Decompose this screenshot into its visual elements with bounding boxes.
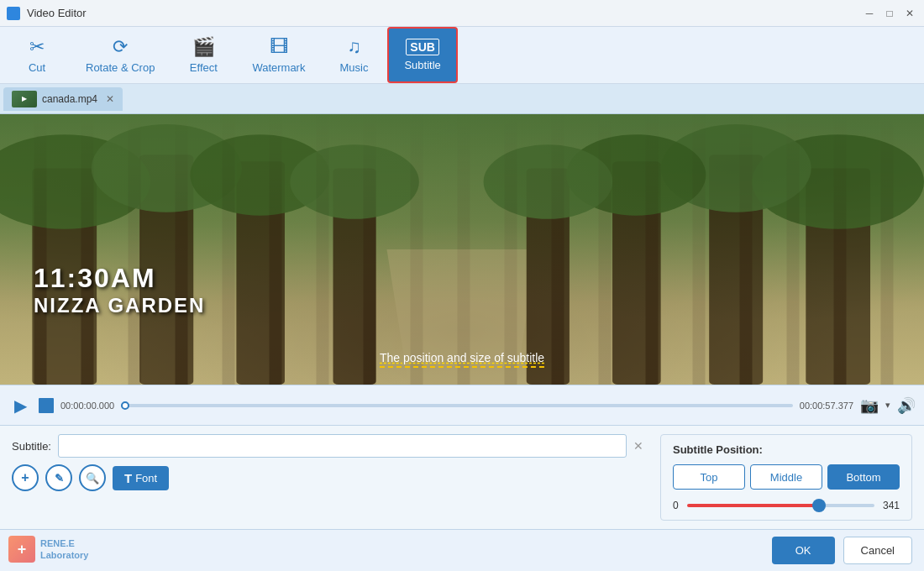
video-overlay-text: 11:30AM NIZZA GARDEN xyxy=(34,263,205,317)
svg-point-13 xyxy=(290,144,418,219)
font-button[interactable]: T Font xyxy=(113,466,169,490)
tab-watermark[interactable]: 🎞 Watermark xyxy=(237,27,320,83)
logo-line2: Laboratory xyxy=(40,549,88,561)
tab-effect[interactable]: 🎬 Effect xyxy=(170,27,237,83)
slider-min-value: 0 xyxy=(673,500,679,511)
title-bar: Video Editor ─ □ ✕ xyxy=(0,0,924,27)
tab-rotate-crop[interactable]: ⟳ Rotate & Crop xyxy=(71,27,170,83)
tab-effect-label: Effect xyxy=(190,61,218,74)
video-location-overlay: NIZZA GARDEN xyxy=(34,294,205,317)
tab-music-label: Music xyxy=(339,61,368,74)
title-bar-left: Video Editor xyxy=(7,7,87,20)
time-start: 00:00:00.000 xyxy=(60,401,114,411)
search-subtitle-button[interactable]: 🔍 xyxy=(79,464,106,491)
tab-cut-label: Cut xyxy=(29,61,45,74)
slider-row: 0 341 xyxy=(673,500,900,511)
logo-icon: + xyxy=(8,536,35,563)
close-button[interactable]: ✕ xyxy=(902,6,917,21)
stop-button[interactable] xyxy=(39,398,54,413)
cut-icon: ✂ xyxy=(29,36,45,58)
play-button[interactable]: ▶ xyxy=(8,394,32,417)
bottom-panel: Subtitle: ✕ + ✎ 🔍 T Font Subtitle Positi… xyxy=(0,425,924,529)
effect-icon: 🎬 xyxy=(192,36,215,58)
progress-thumb xyxy=(121,401,129,410)
rotate-icon: ⟳ xyxy=(113,36,128,58)
logo-line1: RENE.E xyxy=(40,537,88,549)
title-bar-controls: ─ □ ✕ xyxy=(862,6,917,21)
position-slider[interactable] xyxy=(687,504,874,507)
music-icon: ♫ xyxy=(347,36,361,58)
clear-input-button[interactable]: ✕ xyxy=(633,439,643,453)
tab-subtitle[interactable]: SUB Subtitle xyxy=(387,27,457,83)
logo-area: + RENE.E Laboratory xyxy=(8,536,88,563)
minimize-button[interactable]: ─ xyxy=(862,6,877,21)
ok-button[interactable]: OK xyxy=(772,537,835,564)
action-buttons: + ✎ 🔍 T Font xyxy=(12,464,643,491)
subtitle-input-row: Subtitle: ✕ xyxy=(12,434,643,458)
tab-subtitle-label: Subtitle xyxy=(404,59,440,71)
tree-overlay xyxy=(0,114,924,385)
app-title: Video Editor xyxy=(27,7,87,19)
cam-dropdown[interactable]: ▾ xyxy=(885,400,890,411)
tab-rotate-label: Rotate & Crop xyxy=(86,61,155,74)
slider-max-value: 341 xyxy=(883,500,900,511)
player-controls: ▶ 00:00:00.000 00:00:57.377 📷 ▾ 🔊 xyxy=(0,385,924,425)
maximize-button[interactable]: □ xyxy=(882,6,897,21)
tab-cut[interactable]: ✂ Cut xyxy=(3,27,71,83)
edit-subtitle-button[interactable]: ✎ xyxy=(45,464,72,491)
tab-watermark-label: Watermark xyxy=(252,61,305,74)
screenshot-icon[interactable]: 📷 xyxy=(860,396,879,415)
progress-bar[interactable] xyxy=(121,404,793,407)
time-end: 00:00:57.377 xyxy=(800,401,853,411)
logo-text: RENE.E Laboratory xyxy=(40,537,88,562)
svg-point-17 xyxy=(484,144,612,219)
watermark-icon: 🎞 xyxy=(270,36,288,58)
font-icon: T xyxy=(124,471,132,485)
cancel-button[interactable]: Cancel xyxy=(843,537,912,564)
file-tab-close[interactable]: ✕ xyxy=(106,93,114,105)
position-bottom-button[interactable]: Bottom xyxy=(827,464,900,490)
video-background xyxy=(0,114,924,385)
bottom-buttons: OK Cancel xyxy=(0,529,924,571)
position-title: Subtitle Position: xyxy=(673,443,900,456)
file-tab[interactable]: ▶ canada.mp4 ✕ xyxy=(3,87,123,111)
subtitle-preview-text: The position and size of subtitle xyxy=(380,351,544,368)
volume-icon[interactable]: 🔊 xyxy=(897,396,916,415)
tab-music[interactable]: ♫ Music xyxy=(320,27,387,83)
font-label: Font xyxy=(135,472,157,485)
video-time-overlay: 11:30AM xyxy=(34,263,205,294)
file-tab-name: canada.mp4 xyxy=(42,93,97,105)
position-buttons: Top Middle Bottom xyxy=(673,464,900,490)
position-top-button[interactable]: Top xyxy=(673,464,745,490)
subtitle-label: Subtitle: xyxy=(12,440,51,453)
file-thumbnail: ▶ xyxy=(12,91,37,107)
tab-bar: ✂ Cut ⟳ Rotate & Crop 🎬 Effect 🎞 Waterma… xyxy=(0,27,924,84)
add-subtitle-button[interactable]: + xyxy=(12,464,39,491)
subtitle-section: Subtitle: ✕ + ✎ 🔍 T Font xyxy=(12,434,643,521)
subtitle-input[interactable] xyxy=(58,434,627,458)
file-tabs-bar: ▶ canada.mp4 ✕ xyxy=(0,84,924,114)
subtitle-icon: SUB xyxy=(406,39,439,55)
position-section: Subtitle Position: Top Middle Bottom 0 3… xyxy=(660,434,912,521)
video-player: 11:30AM NIZZA GARDEN The position and si… xyxy=(0,114,924,385)
position-middle-button[interactable]: Middle xyxy=(750,464,822,490)
app-icon xyxy=(7,7,20,20)
